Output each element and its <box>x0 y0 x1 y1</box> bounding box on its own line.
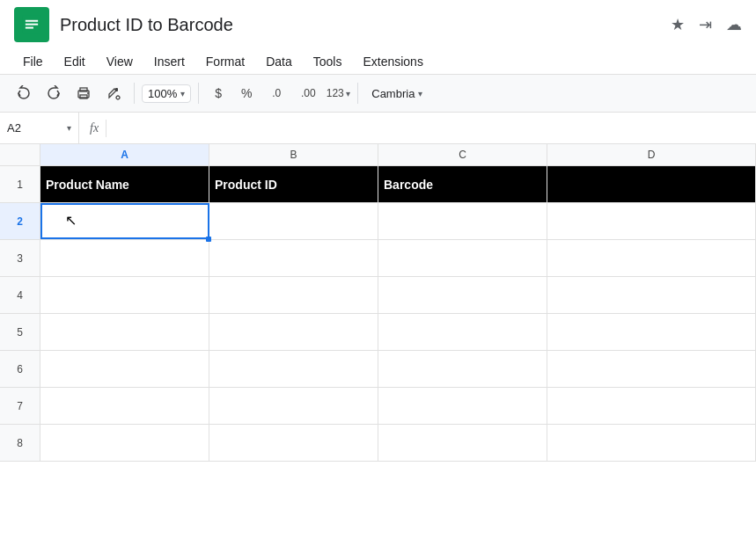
paint-format-button[interactable] <box>100 80 127 106</box>
col-header-c[interactable]: C <box>378 144 547 165</box>
cell-d7[interactable] <box>547 388 756 424</box>
table-row: 1 Product Name Product ID Barcode <box>0 166 756 203</box>
menu-edit[interactable]: Edit <box>55 51 94 72</box>
font-arrow: ▾ <box>418 89 422 98</box>
cell-b4[interactable] <box>209 277 378 313</box>
menu-bar: File Edit View Insert Format Data Tools … <box>0 49 756 74</box>
col-header-b[interactable]: B <box>209 144 378 165</box>
redo-button[interactable] <box>40 80 67 106</box>
cell-b1[interactable]: Product ID <box>209 166 378 202</box>
toolbar-sep-1 <box>134 83 135 104</box>
corner-cell <box>0 144 40 165</box>
cell-b8[interactable] <box>209 425 378 461</box>
table-row: 2 ↖ <box>0 203 756 240</box>
svg-rect-5 <box>80 88 87 91</box>
cell-b2[interactable] <box>209 203 378 239</box>
format-num-button[interactable]: 123 ▾ <box>326 81 350 106</box>
row-num-1: 1 <box>0 166 40 202</box>
cell-d1[interactable] <box>547 166 756 202</box>
cell-a6[interactable] <box>40 351 209 387</box>
format-num-label: 123 <box>327 87 344 99</box>
menu-data[interactable]: Data <box>257 51 301 72</box>
menu-insert[interactable]: Insert <box>145 51 194 72</box>
col-header-d[interactable]: D <box>547 144 756 165</box>
cell-ref-arrow: ▾ <box>67 123 71 133</box>
cell-a8[interactable] <box>40 425 209 461</box>
star-icon[interactable]: ★ <box>671 15 685 34</box>
cell-a2[interactable]: ↖ <box>40 203 209 239</box>
font-selector[interactable]: Cambria ▾ <box>365 84 429 103</box>
row-num-4: 4 <box>0 277 40 313</box>
cell-c4[interactable] <box>378 277 547 313</box>
undo-button[interactable] <box>11 80 37 106</box>
menu-extensions[interactable]: Extensions <box>354 51 431 72</box>
cell-c1-value: Barcode <box>384 178 433 192</box>
font-name-label: Cambria <box>371 87 415 100</box>
cell-d2[interactable] <box>547 203 756 239</box>
svg-rect-8 <box>115 88 118 91</box>
cell-a4[interactable] <box>40 277 209 313</box>
table-row: 4 <box>0 277 756 314</box>
cell-d6[interactable] <box>547 351 756 387</box>
cell-ref-label: A2 <box>7 121 63 135</box>
cell-b3[interactable] <box>209 240 378 276</box>
menu-format[interactable]: Format <box>197 51 253 72</box>
row-num-3: 3 <box>0 240 40 276</box>
table-row: 8 <box>0 425 756 462</box>
row-num-5: 5 <box>0 314 40 350</box>
cell-c1[interactable]: Barcode <box>378 166 547 202</box>
cell-d3[interactable] <box>547 240 756 276</box>
cloud-icon[interactable]: ☁ <box>726 15 742 34</box>
document-title: Product ID to Barcode <box>60 15 660 35</box>
title-action-icons: ★ ⇥ ☁ <box>671 15 742 34</box>
fx-label: fx <box>90 121 99 135</box>
inc-decimals-button[interactable]: .00 <box>294 81 322 106</box>
cell-b6[interactable] <box>209 351 378 387</box>
toolbar-sep-2 <box>198 83 199 104</box>
cell-d5[interactable] <box>547 314 756 350</box>
cell-d8[interactable] <box>547 425 756 461</box>
sheet-body: 1 Product Name Product ID Barcode 2 ↖ 3 <box>0 166 756 462</box>
cell-c3[interactable] <box>378 240 547 276</box>
menu-file[interactable]: File <box>14 51 52 72</box>
row-num-2: 2 <box>0 203 40 239</box>
menu-tools[interactable]: Tools <box>305 51 351 72</box>
row-num-8: 8 <box>0 425 40 461</box>
dec-decimals-button[interactable]: .0 <box>262 81 290 106</box>
toolbar-sep-3 <box>357 83 358 104</box>
cell-c7[interactable] <box>378 388 547 424</box>
cell-ref-box[interactable]: A2 ▾ <box>0 113 79 143</box>
cell-c5[interactable] <box>378 314 547 350</box>
fx-divider <box>106 120 106 137</box>
svg-rect-3 <box>26 27 33 29</box>
cell-c8[interactable] <box>378 425 547 461</box>
cell-c6[interactable] <box>378 351 547 387</box>
cell-a7[interactable] <box>40 388 209 424</box>
cell-a5[interactable] <box>40 314 209 350</box>
print-button[interactable] <box>70 80 97 106</box>
table-row: 3 <box>0 240 756 277</box>
zoom-arrow: ▾ <box>180 89 185 98</box>
cell-b5[interactable] <box>209 314 378 350</box>
percent-button[interactable]: % <box>234 81 259 106</box>
col-header-a[interactable]: A <box>40 144 209 165</box>
title-bar: Product ID to Barcode ★ ⇥ ☁ <box>0 0 756 49</box>
move-icon[interactable]: ⇥ <box>699 15 712 34</box>
zoom-selector[interactable]: 100% ▾ <box>142 84 191 103</box>
svg-rect-2 <box>26 24 38 25</box>
cell-b7[interactable] <box>209 388 378 424</box>
svg-point-7 <box>87 92 89 94</box>
svg-rect-6 <box>80 95 87 98</box>
cell-a3[interactable] <box>40 240 209 276</box>
svg-rect-1 <box>26 20 38 22</box>
cell-c2[interactable] <box>378 203 547 239</box>
cell-a1[interactable]: Product Name <box>40 166 209 202</box>
currency-button[interactable]: $ <box>206 81 231 106</box>
zoom-value: 100% <box>148 87 177 100</box>
table-row: 5 <box>0 314 756 351</box>
row-num-7: 7 <box>0 388 40 424</box>
app-icon <box>14 7 49 42</box>
cell-d4[interactable] <box>547 277 756 313</box>
fx-area: fx <box>79 113 756 143</box>
menu-view[interactable]: View <box>98 51 142 72</box>
